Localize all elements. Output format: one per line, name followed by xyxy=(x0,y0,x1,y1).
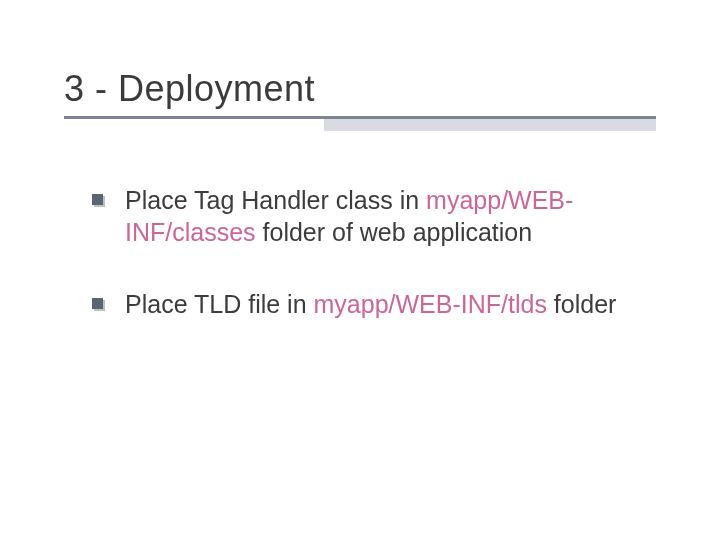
slide: 3 - Deployment Place Tag Handler class i… xyxy=(0,0,720,540)
bullet-item: Place TLD file in myapp/WEB-INF/tlds fol… xyxy=(92,288,646,320)
path-text: myapp/WEB-INF/tlds xyxy=(314,290,547,318)
title-rule xyxy=(64,116,656,140)
bullet-text: Place Tag Handler class in myapp/WEB-INF… xyxy=(125,184,646,248)
square-bullet-icon xyxy=(92,298,103,309)
slide-title: 3 - Deployment xyxy=(64,68,656,110)
bullet-text: Place TLD file in myapp/WEB-INF/tlds fol… xyxy=(125,288,616,320)
bullet-item: Place Tag Handler class in myapp/WEB-INF… xyxy=(92,184,646,248)
square-bullet-icon xyxy=(92,194,103,205)
bullet-text-pre: Place TLD file in xyxy=(125,290,314,318)
bullet-text-post: folder xyxy=(547,290,616,318)
bullet-text-post: folder of web application xyxy=(256,218,533,246)
slide-body: Place Tag Handler class in myapp/WEB-INF… xyxy=(64,184,656,320)
bullet-text-pre: Place Tag Handler class in xyxy=(125,186,426,214)
